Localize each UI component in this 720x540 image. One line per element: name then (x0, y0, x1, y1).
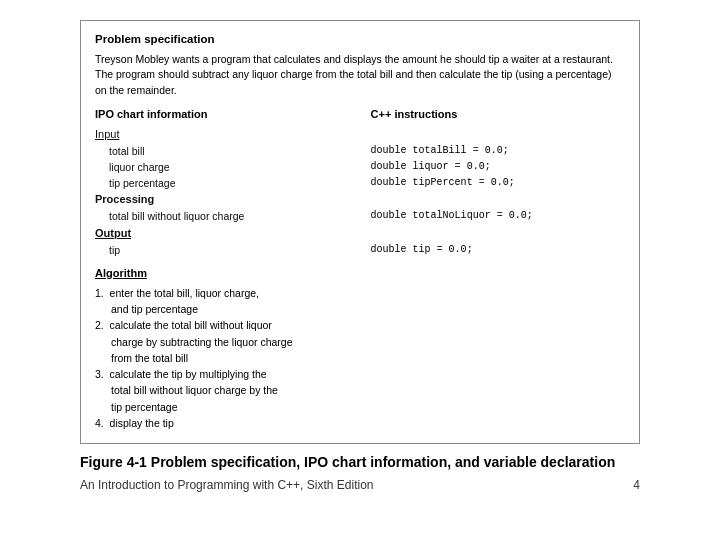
algo-step-4: 4. display the tip (95, 415, 625, 431)
ipo-col-header: IPO chart information (95, 108, 207, 120)
input-code-1: double totalBill = 0.0; (371, 145, 509, 156)
input-code-3: double tipPercent = 0.0; (371, 177, 515, 188)
algo-step-2c: from the total bill (95, 350, 625, 366)
processing-header-row: Processing (95, 192, 625, 208)
output-item-1: tip (109, 244, 120, 256)
processing-label: Processing (95, 193, 154, 205)
ipo-table-header: IPO chart information C++ instructions (95, 107, 625, 123)
input-item-1: total bill (109, 145, 145, 157)
output-row-1: tip double tip = 0.0; (95, 243, 625, 258)
algo-step-3c: tip percentage (95, 399, 625, 415)
input-code-2: double liquor = 0.0; (371, 161, 491, 172)
processing-code-1: double totalNoLiquor = 0.0; (371, 210, 533, 221)
algo-step-1: 1. enter the total bill, liquor charge, (95, 285, 625, 301)
slide-container: Problem specification Treyson Mobley wan… (0, 0, 720, 540)
algo-step-1b: and tip percentage (95, 301, 625, 317)
ipo-input-header-row: Input (95, 127, 625, 143)
figure-caption: Figure 4-1 Problem specification, IPO ch… (80, 454, 640, 470)
algorithm-steps: 1. enter the total bill, liquor charge, … (95, 285, 625, 431)
slide-footer: An Introduction to Programming with C++,… (80, 478, 640, 492)
input-row-3: tip percentage double tipPercent = 0.0; (95, 176, 625, 191)
figure-box: Problem specification Treyson Mobley wan… (80, 20, 640, 444)
input-item-3: tip percentage (109, 177, 176, 189)
footer-right: 4 (633, 478, 640, 492)
cpp-col-header: C++ instructions (371, 108, 458, 120)
footer-left: An Introduction to Programming with C++,… (80, 478, 373, 492)
processing-row-1: total bill without liquor charge double … (95, 209, 625, 224)
output-code-1: double tip = 0.0; (371, 244, 473, 255)
output-label: Output (95, 227, 131, 239)
ipo-table: IPO chart information C++ instructions I… (95, 107, 625, 258)
algorithm-section: Algorithm 1. enter the total bill, liquo… (95, 266, 625, 431)
input-label: Input (95, 128, 119, 140)
processing-item-1: total bill without liquor charge (109, 210, 244, 222)
input-row-1: total bill double totalBill = 0.0; (95, 144, 625, 159)
algo-step-2: 2. calculate the total bill without liqu… (95, 317, 625, 333)
algo-step-2b: charge by subtracting the liquor charge (95, 334, 625, 350)
algo-step-3: 3. calculate the tip by multiplying the (95, 366, 625, 382)
algo-step-3b: total bill without liquor charge by the (95, 382, 625, 398)
problem-spec-section: Problem specification Treyson Mobley wan… (95, 31, 625, 99)
problem-spec-text: Treyson Mobley wants a program that calc… (95, 52, 625, 99)
input-item-2: liquor charge (109, 161, 170, 173)
problem-spec-title: Problem specification (95, 31, 625, 48)
input-row-2: liquor charge double liquor = 0.0; (95, 160, 625, 175)
algorithm-label: Algorithm (95, 266, 625, 282)
output-header-row: Output (95, 226, 625, 242)
